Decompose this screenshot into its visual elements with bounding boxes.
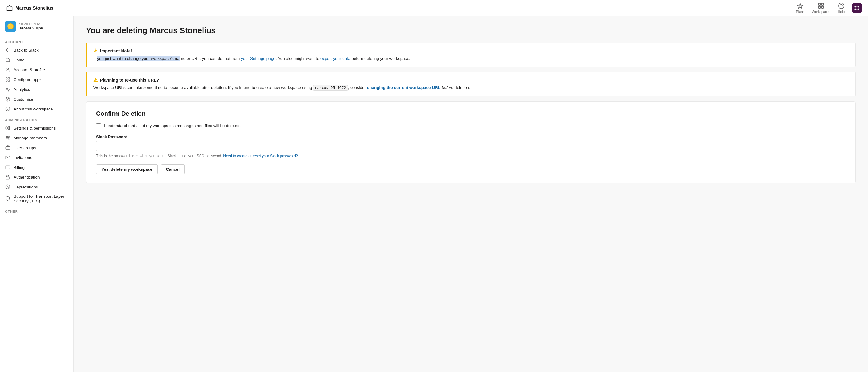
sidebar-item-about-workspace[interactable]: About this workspace [0,104,73,114]
billing-label: Billing [13,165,25,170]
username-label: TaoMan Tips [19,26,43,30]
svg-rect-12 [8,78,9,79]
svg-point-23 [6,136,8,137]
svg-rect-13 [6,80,7,81]
workspace-title: Marcus Stonelius [16,5,53,10]
workspaces-icon [818,2,825,9]
sidebar-item-customize[interactable]: Customize [0,94,73,104]
plans-label: Plans [796,10,805,13]
sidebar: 🟡 SIGNED IN AS TaoMan Tips ACCOUNT Back … [0,16,74,372]
understand-checkbox[interactable] [96,123,101,128]
avatar: 🟡 [5,21,16,32]
svg-rect-8 [855,8,857,10]
account-profile-label: Account & profile [13,67,45,72]
svg-rect-27 [5,166,9,168]
account-section-label: ACCOUNT [0,36,73,45]
support-tls-label: Support for Transport Layer Security (TL… [13,194,68,203]
help-action[interactable]: Help [838,2,845,13]
slack-logo-icon [854,5,860,11]
info-icon [5,106,10,112]
sidebar-item-account-profile[interactable]: Account & profile [0,65,73,74]
warning-icon: ⚠ [93,48,98,54]
settings-page-link[interactable]: your Settings page [241,56,276,61]
chart-icon [5,87,10,92]
group-icon [5,145,10,150]
sidebar-item-configure-apps[interactable]: Configure apps [0,74,73,84]
sidebar-item-settings-permissions[interactable]: Settings & permissions [0,123,73,133]
sidebar-item-invitations[interactable]: Invitations [0,153,73,162]
sidebar-item-authentication[interactable]: Authentication [0,172,73,182]
svg-rect-11 [6,78,7,79]
top-nav: Marcus Stonelius Plans Workspaces Hel [0,0,868,16]
svg-rect-29 [6,177,9,179]
sidebar-item-support-tls[interactable]: Support for Transport Layer Security (TL… [0,192,73,205]
svg-point-22 [7,127,8,129]
person-icon [5,67,10,72]
analytics-label: Analytics [13,87,30,92]
alert2-header: ⚠ Planning to re-use this URL? [93,77,849,83]
svg-rect-14 [8,80,9,81]
shield-icon [5,196,10,202]
launch-button[interactable] [852,3,862,13]
sidebar-item-back-to-slack[interactable]: Back to Slack [0,45,73,55]
manage-members-label: Manage members [13,136,47,140]
other-section-label: OTHER [0,205,73,215]
sidebar-item-deprecations[interactable]: Deprecations [0,182,73,192]
cancel-button[interactable]: Cancel [161,164,185,174]
card-icon [5,164,10,170]
back-to-slack-label: Back to Slack [13,48,39,53]
main-content: You are deleting Marcus Stonelius ⚠ Impo… [74,16,868,372]
confirm-deletion-title: Confirm Deletion [96,110,846,117]
workspace-url-code: marcus-95t1672 [313,85,348,91]
svg-rect-0 [818,3,820,5]
authentication-label: Authentication [13,175,40,180]
delete-workspace-button[interactable]: Yes, delete my workspace [96,164,158,174]
svg-rect-25 [5,147,9,150]
highlighted-text: you just want to change your workspace's… [97,56,180,61]
home-label: Home [13,58,25,62]
svg-rect-7 [858,5,859,7]
alert2-text: Workspace URLs can take some time to bec… [93,85,849,91]
sidebar-item-user-groups[interactable]: User groups [0,143,73,153]
svg-rect-3 [822,6,824,8]
sidebar-item-analytics[interactable]: Analytics [0,84,73,94]
reset-password-link[interactable]: Need to create or reset your Slack passw… [223,154,298,158]
invitations-label: Invitations [13,155,32,160]
mail-icon [5,155,10,160]
page-title: You are deleting Marcus Stonelius [86,26,856,35]
lock-icon [5,174,10,180]
understand-checkbox-label[interactable]: I understand that all of my workspace's … [104,123,241,128]
plans-action[interactable]: Plans [796,2,805,13]
people-icon [5,135,10,141]
understand-checkbox-row: I understand that all of my workspace's … [96,123,846,128]
sidebar-user-info: 🟡 SIGNED IN AS TaoMan Tips [0,16,73,36]
workspace-logo[interactable]: Marcus Stonelius [6,5,796,11]
svg-point-15 [5,97,9,101]
admin-section-label: ADMINISTRATION [0,114,73,123]
password-hint-text: This is the password used when you set u… [96,154,223,158]
password-hint: This is the password used when you set u… [96,154,846,158]
change-workspace-url-link[interactable]: changing the current workspace URL [367,85,440,90]
svg-rect-6 [855,5,857,7]
alert1-title: Important Note! [100,49,132,53]
settings-icon [5,125,10,131]
workspaces-action[interactable]: Workspaces [812,2,830,13]
alert1-header: ⚠ Important Note! [93,48,849,54]
user-groups-label: User groups [13,146,36,150]
slack-password-input[interactable] [96,141,157,151]
grid-icon [5,77,10,82]
alert1-text: If you just want to change your workspac… [93,56,849,62]
help-icon [838,2,845,9]
about-workspace-label: About this workspace [13,107,53,112]
export-data-link[interactable]: export your data [320,56,350,61]
main-layout: 🟡 SIGNED IN AS TaoMan Tips ACCOUNT Back … [0,16,868,372]
svg-point-17 [8,98,9,99]
home-icon [6,5,13,11]
sidebar-item-billing[interactable]: Billing [0,162,73,172]
palette-icon [5,96,10,102]
svg-rect-2 [818,6,820,8]
user-info: SIGNED IN AS TaoMan Tips [19,22,43,30]
sidebar-item-manage-members[interactable]: Manage members [0,133,73,143]
sidebar-item-home[interactable]: Home [0,55,73,65]
important-note-alert: ⚠ Important Note! If you just want to ch… [86,43,856,67]
